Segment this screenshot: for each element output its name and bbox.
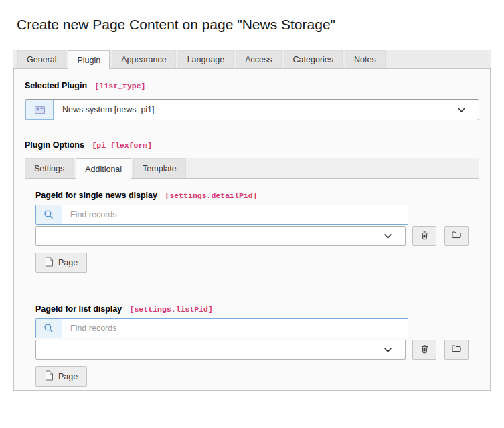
trash-icon <box>420 344 430 356</box>
add-page-record-button[interactable]: Page <box>35 253 87 273</box>
delete-record-button[interactable] <box>412 340 436 360</box>
browse-records-button[interactable] <box>444 340 469 360</box>
add-page-record-label: Page <box>58 258 78 268</box>
list-pid-code: [settings.listPid] <box>130 305 213 314</box>
chevron-down-icon <box>457 100 466 120</box>
list-pid-label: PageId for list display <box>35 304 122 314</box>
tab-settings[interactable]: Settings <box>25 158 74 178</box>
flexform-tabbar: Settings Additional Template <box>25 158 479 179</box>
trash-icon <box>420 230 430 243</box>
folder-icon <box>451 344 462 356</box>
chevron-down-icon <box>384 347 392 353</box>
detail-pid-selected-records[interactable] <box>35 226 406 246</box>
detail-pid-record-row <box>35 226 469 246</box>
plugin-options-code: [pi_flexform] <box>92 141 152 150</box>
field-list-pid: PageId for list display [settings.listPi… <box>35 304 469 387</box>
field-detail-pid: PageId for single news display [settings… <box>35 191 469 273</box>
record-edit-form: General Plugin Appearance Language Acces… <box>13 50 491 391</box>
add-page-record-button[interactable]: Page <box>35 366 87 387</box>
selected-plugin-label: Selected Plugin <box>25 81 87 90</box>
selected-plugin-value: News system [news_pi1] <box>54 100 457 120</box>
delete-record-button[interactable] <box>412 226 436 246</box>
selected-plugin-select[interactable]: News system [news_pi1] <box>25 99 479 120</box>
list-pid-record-row <box>35 340 469 360</box>
plugin-options-label: Plugin Options <box>25 140 84 150</box>
flexform-additional-panel: PageId for single news display [settings… <box>25 179 479 387</box>
page-icon <box>45 370 54 383</box>
record-tabbar: General Plugin Appearance Language Acces… <box>13 50 491 69</box>
chevron-down-icon <box>384 233 392 239</box>
tab-plugin[interactable]: Plugin <box>68 50 110 69</box>
selected-plugin-code: [list_type] <box>95 82 146 90</box>
list-pid-search-input[interactable] <box>62 319 408 338</box>
tab-categories[interactable]: Categories <box>284 50 343 68</box>
tab-language[interactable]: Language <box>178 50 234 68</box>
tab-access[interactable]: Access <box>236 50 281 68</box>
list-pid-selected-records[interactable] <box>35 340 406 360</box>
detail-pid-label: PageId for single news display <box>35 191 157 200</box>
browse-records-button[interactable] <box>444 226 469 246</box>
plugin-tab-panel: Selected Plugin [list_type] News system … <box>13 69 491 391</box>
tab-general[interactable]: General <box>17 50 66 68</box>
search-icon <box>36 205 62 224</box>
tab-appearance[interactable]: Appearance <box>112 50 175 68</box>
newspaper-plugin-icon <box>25 100 54 120</box>
search-icon <box>36 319 62 338</box>
selected-plugin-label-row: Selected Plugin [list_type] <box>25 81 479 90</box>
page-icon <box>45 257 54 269</box>
add-page-record-label: Page <box>58 372 78 381</box>
tab-additional[interactable]: Additional <box>76 158 131 179</box>
detail-pid-code: [settings.detailPid] <box>165 191 257 200</box>
tab-notes[interactable]: Notes <box>345 50 386 68</box>
plugin-options-label-row: Plugin Options [pi_flexform] <box>25 140 479 150</box>
folder-icon <box>451 230 462 242</box>
detail-pid-search-input[interactable] <box>62 205 408 224</box>
list-pid-search-group <box>35 318 408 338</box>
tab-template[interactable]: Template <box>133 158 186 178</box>
detail-pid-search-group <box>35 205 408 225</box>
page-title: Create new Page Content on page "News St… <box>17 17 491 33</box>
